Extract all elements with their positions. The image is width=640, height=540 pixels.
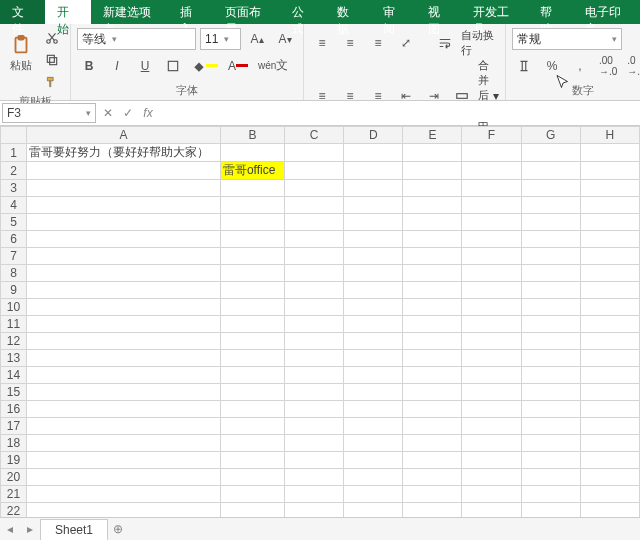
fill-color-button[interactable] [189,56,221,76]
cell-H4[interactable] [580,197,639,214]
cell-C12[interactable] [285,333,344,350]
cell-A14[interactable] [27,367,221,384]
cell-B16[interactable] [220,401,284,418]
col-header-D[interactable]: D [344,127,403,144]
cell-C20[interactable] [285,469,344,486]
row-header-21[interactable]: 21 [1,486,27,503]
tab-insert[interactable]: 插入 [168,0,213,24]
row-header-15[interactable]: 15 [1,384,27,401]
add-sheet-button[interactable]: ⊕ [108,522,128,536]
cell-G5[interactable] [521,214,580,231]
cell-C19[interactable] [285,452,344,469]
font-size-select[interactable]: 11▾ [200,28,241,50]
tab-data[interactable]: 数据 [325,0,370,24]
cut-button[interactable] [40,28,64,48]
cell-E12[interactable] [403,333,462,350]
row-header-6[interactable]: 6 [1,231,27,248]
cell-B9[interactable] [220,282,284,299]
align-middle-button[interactable]: ≡ [338,33,362,53]
row-header-1[interactable]: 1 [1,144,27,162]
row-header-16[interactable]: 16 [1,401,27,418]
cell-H17[interactable] [580,418,639,435]
cell-C5[interactable] [285,214,344,231]
decrease-font-button[interactable]: A▾ [273,29,297,49]
cell-H14[interactable] [580,367,639,384]
row-header-5[interactable]: 5 [1,214,27,231]
cell-D16[interactable] [344,401,403,418]
cell-F10[interactable] [462,299,521,316]
cell-B7[interactable] [220,248,284,265]
tab-formula[interactable]: 公式 [280,0,325,24]
sheet-tab[interactable]: Sheet1 [40,519,108,540]
align-bottom-button[interactable]: ≡ [366,33,390,53]
cell-C9[interactable] [285,282,344,299]
cell-F13[interactable] [462,350,521,367]
cell-E4[interactable] [403,197,462,214]
row-header-22[interactable]: 22 [1,503,27,519]
cell-A6[interactable] [27,231,221,248]
cell-B14[interactable] [220,367,284,384]
cell-D17[interactable] [344,418,403,435]
row-header-3[interactable]: 3 [1,180,27,197]
cell-A16[interactable] [27,401,221,418]
cell-G22[interactable] [521,503,580,519]
cell-D4[interactable] [344,197,403,214]
cell-D19[interactable] [344,452,403,469]
cell-E3[interactable] [403,180,462,197]
cell-D9[interactable] [344,282,403,299]
cell-A15[interactable] [27,384,221,401]
cell-E18[interactable] [403,435,462,452]
cell-D6[interactable] [344,231,403,248]
cell-H1[interactable] [580,144,639,162]
col-header-B[interactable]: B [220,127,284,144]
cell-C13[interactable] [285,350,344,367]
cell-H22[interactable] [580,503,639,519]
cell-F3[interactable] [462,180,521,197]
cell-E7[interactable] [403,248,462,265]
cell-A5[interactable] [27,214,221,231]
cell-H10[interactable] [580,299,639,316]
col-header-H[interactable]: H [580,127,639,144]
cell-F9[interactable] [462,282,521,299]
tab-layout[interactable]: 页面布局 [213,0,280,24]
comma-button[interactable]: , [568,56,592,76]
tab-view[interactable]: 视图 [416,0,461,24]
cell-C1[interactable] [285,144,344,162]
cell-G15[interactable] [521,384,580,401]
cell-B8[interactable] [220,265,284,282]
fx-button[interactable]: fx [138,106,158,120]
font-name-select[interactable]: 等线▾ [77,28,196,50]
font-color-button[interactable]: A [225,56,251,76]
cell-E10[interactable] [403,299,462,316]
cell-G11[interactable] [521,316,580,333]
cell-G1[interactable] [521,144,580,162]
cell-D1[interactable] [344,144,403,162]
align-left-button[interactable]: ≡ [310,86,334,106]
cell-B10[interactable] [220,299,284,316]
cell-H5[interactable] [580,214,639,231]
decrease-decimal-button[interactable]: .0→.00 [624,56,640,76]
cell-F22[interactable] [462,503,521,519]
cell-H20[interactable] [580,469,639,486]
cell-E5[interactable] [403,214,462,231]
cell-F1[interactable] [462,144,521,162]
cell-G21[interactable] [521,486,580,503]
cell-H19[interactable] [580,452,639,469]
cell-C8[interactable] [285,265,344,282]
tab-eprint[interactable]: 电子印章 [573,0,640,24]
cell-F18[interactable] [462,435,521,452]
cell-D8[interactable] [344,265,403,282]
cell-D18[interactable] [344,435,403,452]
cell-A10[interactable] [27,299,221,316]
cell-A12[interactable] [27,333,221,350]
cell-G8[interactable] [521,265,580,282]
cell-E17[interactable] [403,418,462,435]
bold-button[interactable]: B [77,56,101,76]
cell-F11[interactable] [462,316,521,333]
cell-B21[interactable] [220,486,284,503]
col-header-C[interactable]: C [285,127,344,144]
row-header-12[interactable]: 12 [1,333,27,350]
cell-B11[interactable] [220,316,284,333]
cell-F16[interactable] [462,401,521,418]
cell-H16[interactable] [580,401,639,418]
